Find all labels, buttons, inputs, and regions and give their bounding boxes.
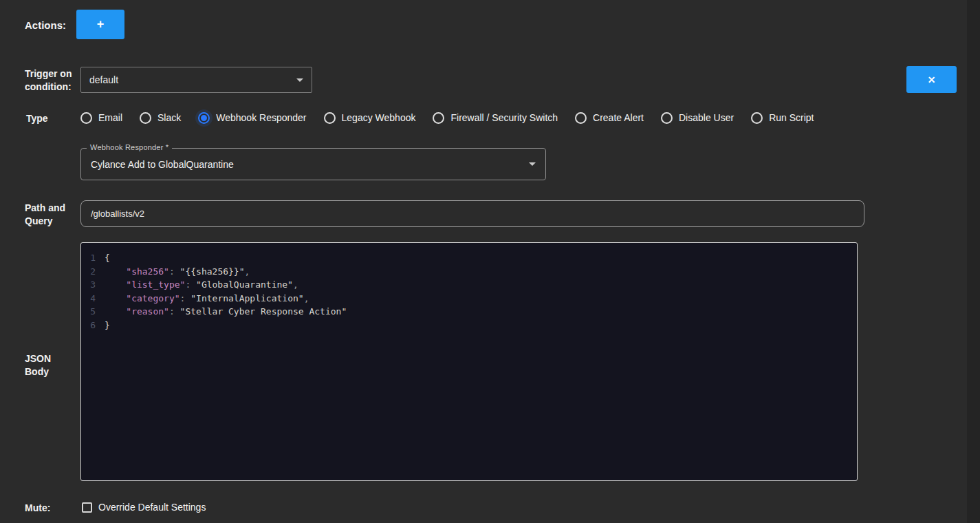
trigger-condition-label: Trigger on condition: xyxy=(25,67,72,94)
json-editor-code: 1{2 "sha256": "{{sha256}}",3 "list_type"… xyxy=(81,251,857,332)
radio-icon xyxy=(80,112,92,124)
type-radio-slack[interactable]: Slack xyxy=(140,112,181,124)
type-radio-group: EmailSlackWebhook ResponderLegacy Webhoo… xyxy=(80,110,814,125)
close-icon: ✕ xyxy=(928,74,936,85)
radio-label: Email xyxy=(98,112,122,123)
radio-label: Create Alert xyxy=(593,112,644,123)
chevron-down-icon xyxy=(529,162,536,166)
webhook-responder-select[interactable]: Webhook Responder * Cylance Add to Globa… xyxy=(80,148,546,180)
code-line: 1{ xyxy=(81,251,857,265)
type-radio-firewall-security-switch[interactable]: Firewall / Security Switch xyxy=(433,112,558,124)
line-number: 4 xyxy=(81,292,105,306)
path-query-label: Path and Query xyxy=(25,202,65,228)
radio-label: Webhook Responder xyxy=(216,112,306,123)
radio-icon xyxy=(324,112,336,124)
line-number: 3 xyxy=(81,278,105,292)
radio-label: Slack xyxy=(157,112,181,123)
radio-label: Legacy Webhook xyxy=(342,112,416,123)
type-radio-email[interactable]: Email xyxy=(80,112,122,124)
remove-action-button[interactable]: ✕ xyxy=(906,66,957,93)
radio-icon xyxy=(575,112,587,124)
radio-icon xyxy=(661,112,673,124)
line-number: 2 xyxy=(81,265,105,279)
code-line: 6} xyxy=(81,319,857,332)
path-query-input[interactable] xyxy=(80,200,864,227)
radio-icon xyxy=(198,112,210,124)
override-default-settings-option[interactable]: Override Default Settings xyxy=(82,502,206,513)
type-radio-run-script[interactable]: Run Script xyxy=(751,112,814,124)
radio-label: Firewall / Security Switch xyxy=(450,112,558,123)
radio-label: Disable User xyxy=(679,112,734,123)
type-radio-webhook-responder[interactable]: Webhook Responder xyxy=(198,112,306,124)
type-label: Type xyxy=(26,112,48,125)
line-number: 6 xyxy=(81,319,105,332)
code-line: 2 "sha256": "{{sha256}}", xyxy=(81,265,857,279)
radio-icon xyxy=(433,112,444,124)
type-radio-legacy-webhook[interactable]: Legacy Webhook xyxy=(324,112,416,124)
code-line: 5 "reason": "Stellar Cyber Response Acti… xyxy=(81,305,857,319)
json-body-label: JSON Body xyxy=(25,352,51,378)
override-default-settings-label: Override Default Settings xyxy=(98,502,206,513)
trigger-condition-value: default xyxy=(89,74,118,85)
actions-label: Actions: xyxy=(25,19,66,32)
trigger-condition-select[interactable]: default xyxy=(80,67,312,93)
radio-icon xyxy=(140,112,151,124)
json-body-editor[interactable]: 1{2 "sha256": "{{sha256}}",3 "list_type"… xyxy=(80,242,858,481)
webhook-responder-value: Cylance Add to GlobalQuarantine xyxy=(91,159,234,170)
radio-icon xyxy=(751,112,763,124)
line-number: 5 xyxy=(81,305,105,319)
radio-label: Run Script xyxy=(769,112,814,123)
add-action-button[interactable]: + xyxy=(76,10,124,39)
mute-label: Mute: xyxy=(25,502,50,515)
webhook-responder-select-label: Webhook Responder * xyxy=(87,143,172,151)
checkbox-icon[interactable] xyxy=(82,502,92,513)
scrollbar-track[interactable] xyxy=(967,0,980,523)
plus-icon: + xyxy=(97,17,105,32)
code-line: 4 "category": "InternalApplication", xyxy=(81,292,857,306)
type-radio-disable-user[interactable]: Disable User xyxy=(661,112,734,124)
code-line: 3 "list_type": "GlobalQuarantine", xyxy=(81,278,857,292)
chevron-down-icon xyxy=(296,78,303,82)
type-radio-create-alert[interactable]: Create Alert xyxy=(575,112,644,124)
line-number: 1 xyxy=(81,251,105,265)
